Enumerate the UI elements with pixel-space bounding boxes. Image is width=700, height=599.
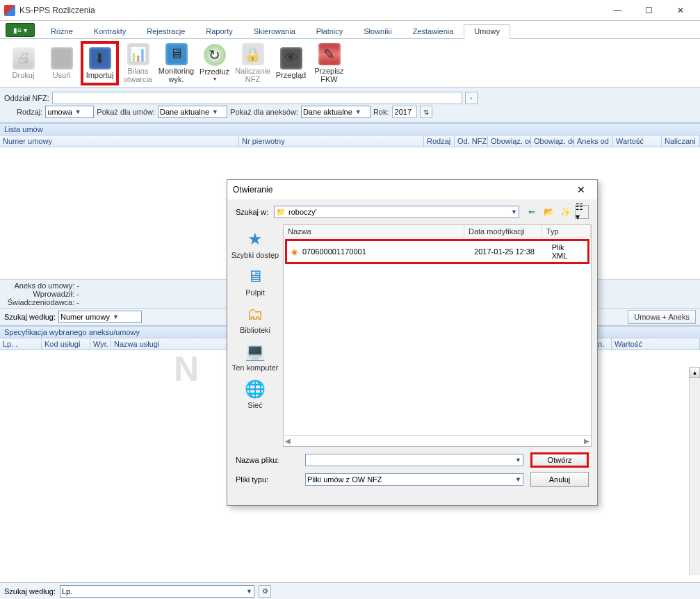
cancel-button[interactable]: Anuluj <box>530 472 589 487</box>
sidebar-network[interactable]: 🌐Sieć <box>230 377 280 409</box>
sidebar-label: Ten komputer <box>232 363 279 372</box>
dialog-bottom: Nazwa pliku: ▼ Otwórz Pliki typu: Pliki … <box>227 447 597 493</box>
open-button[interactable]: Otwórz <box>530 452 589 468</box>
tab-platnicy[interactable]: Płatnicy <box>306 24 354 38</box>
oddzial-input[interactable] <box>52 92 462 104</box>
col-aneks-od[interactable]: Aneks od <box>574 136 613 147</box>
tab-skierowania[interactable]: Skierowania <box>243 24 306 38</box>
file-name-combo[interactable]: ▼ <box>305 454 523 466</box>
bottom-szukaj-value: Lp. <box>62 587 72 596</box>
sidebar-label: Biblioteki <box>240 326 270 334</box>
tab-raporty[interactable]: Raporty <box>195 24 243 38</box>
col-typ[interactable]: Typ <box>542 225 591 238</box>
folder-combo[interactable]: 📁 roboczy' ▼ <box>274 206 519 218</box>
rok-input[interactable] <box>392 106 417 118</box>
sidebar-desktop[interactable]: 🖥Pulpit <box>230 265 280 297</box>
ribbon-toolbar: 🖨 Drukuj 🗑 Usuń ⬇ Importuj 📊 Bilans otwa… <box>0 39 700 88</box>
przepisz-button[interactable]: ✎ Przepisz FKW <box>310 41 348 85</box>
new-folder-icon[interactable]: ✨ <box>558 205 572 219</box>
rok-sort-button[interactable]: ⇅ <box>420 106 432 118</box>
bottom-bar: Szukaj według: Lp.▼ ⚙ <box>0 582 700 599</box>
chevron-down-icon: ▼ <box>511 208 517 215</box>
usun-label: Usuń <box>53 71 71 79</box>
naliczanie-button[interactable]: 🔒 Naliczanie NFZ <box>234 41 272 85</box>
dialog-top-row: Szukaj w: 📁 roboczy' ▼ ⇐ 📂 ✨ ☷ ▾ <box>227 199 597 224</box>
file-row[interactable]: ◉ 070600001170001 2017-01-25 12:38 Plik … <box>287 241 587 262</box>
file-icon: ◉ <box>291 247 298 256</box>
tab-umowy[interactable]: Umowy <box>464 24 510 39</box>
col-wartosc[interactable]: Wartość <box>613 136 662 147</box>
col-lp[interactable]: Lp. . <box>0 338 42 350</box>
close-button[interactable]: ✕ <box>665 1 696 20</box>
przepisz-label: Przepisz FKW <box>310 67 348 83</box>
szukaj-combo[interactable]: Numer umowy▼ <box>58 311 142 323</box>
monitoring-button[interactable]: 🖥 Monitoring wyk. <box>157 41 195 85</box>
sidebar-libraries[interactable]: 🗂Biblioteki <box>230 302 280 334</box>
sidebar-label: Szybki dostęp <box>231 251 279 259</box>
col-obowiaz-od[interactable]: Obowiąz. od <box>488 136 531 147</box>
importuj-button[interactable]: ⬇ Importuj <box>81 41 119 85</box>
back-icon[interactable]: ⇐ <box>525 205 539 219</box>
maximize-button[interactable]: ☐ <box>633 1 665 20</box>
col-obowiaz-do[interactable]: Obowiąz. do <box>531 136 574 147</box>
lista-columns: Numer umowy Nr pierwotny Rodzaj Od. NFZ … <box>0 136 700 147</box>
przedluz-label: Przedłuż <box>200 67 229 76</box>
up-icon[interactable]: 📂 <box>542 205 555 219</box>
file-type-combo[interactable]: Pliki umów z OW NFZ▼ <box>305 473 523 486</box>
file-button[interactable]: ▮≡ ▾ <box>6 23 35 37</box>
pokaz-umow-value: Dane aktualne <box>160 108 209 116</box>
vertical-scrollbar[interactable]: ▲ <box>689 367 700 575</box>
file-list: Nazwa Data modyfikacji Typ ◉ 07060000117… <box>283 224 592 447</box>
app-icon <box>4 5 15 16</box>
dialog-close-button[interactable]: ✕ <box>571 184 592 195</box>
tab-rejestracje[interactable]: Rejestracje <box>136 24 195 38</box>
oddzial-lookup-button[interactable]: ▫ <box>465 92 478 104</box>
tab-rozne[interactable]: Różne <box>40 24 83 38</box>
watermark: N <box>174 349 197 389</box>
tab-zestawienia[interactable]: Zestawienia <box>402 24 464 38</box>
col-data[interactable]: Data modyfikacji <box>464 225 542 238</box>
col-kod-uslugi[interactable]: Kod usługi <box>42 338 90 350</box>
bilans-button[interactable]: 📊 Bilans otwarcia <box>119 41 157 85</box>
scroll-up-button[interactable]: ▲ <box>690 367 700 378</box>
pokaz-umow-combo[interactable]: Dane aktualne▼ <box>158 106 227 118</box>
lock-icon: 🔒 <box>242 43 264 65</box>
przedluz-button[interactable]: ↻ Przedłuż ▾ <box>195 41 234 85</box>
usun-button[interactable]: 🗑 Usuń <box>42 41 81 85</box>
col-numer-umowy[interactable]: Numer umowy <box>0 136 239 147</box>
folder-value: roboczy' <box>288 208 317 216</box>
highlighted-file-row: ◉ 070600001170001 2017-01-25 12:38 Plik … <box>285 239 589 264</box>
col-od-nfz[interactable]: Od. NFZ <box>455 136 488 147</box>
col-nr-pierwotny[interactable]: Nr pierwotny <box>239 136 424 147</box>
pokaz-umow-label: Pokaż dla umów: <box>97 108 155 116</box>
settings-button[interactable]: ⚙ <box>259 585 271 598</box>
tab-kontrakty[interactable]: Kontrakty <box>83 24 136 38</box>
oddzial-label: Oddział NFZ: <box>4 94 49 102</box>
przeglad-button[interactable]: 👁 Przegląd <box>272 41 310 85</box>
view-icon[interactable]: ☷ ▾ <box>575 205 589 219</box>
rodzaj-combo[interactable]: umowa▼ <box>45 106 94 118</box>
tab-slowniki[interactable]: Słowniki <box>353 24 402 38</box>
sidebar-computer[interactable]: 💻Ten komputer <box>230 340 280 372</box>
umowa-aneks-button[interactable]: Umowa + Aneks <box>628 310 696 324</box>
drukuj-button[interactable]: 🖨 Drukuj <box>4 41 42 85</box>
dialog-toolbar: ⇐ 📂 ✨ ☷ ▾ <box>525 205 589 219</box>
chevron-down-icon: ▼ <box>113 313 119 320</box>
col-nazwa[interactable]: Nazwa <box>284 225 464 238</box>
bottom-szukaj-combo[interactable]: Lp.▼ <box>60 585 254 598</box>
swiadczeniodawca-info: Świadczeniodawca: - <box>6 298 82 306</box>
sidebar-quick-access[interactable]: ★Szybki dostęp <box>230 227 280 259</box>
file-type-value: Pliki umów z OW NFZ <box>307 475 382 484</box>
col-naliczanie[interactable]: Naliczani <box>662 136 700 147</box>
col-wyr[interactable]: Wyr. <box>90 338 111 350</box>
drukuj-label: Drukuj <box>13 71 35 79</box>
col-wartosc2[interactable]: Wartość <box>612 338 700 350</box>
network-icon: 🌐 <box>243 377 267 401</box>
col-rodzaj[interactable]: Rodzaj <box>424 136 455 147</box>
rodzaj-label: Rodzaj: <box>17 108 42 116</box>
minimize-button[interactable]: — <box>602 1 633 20</box>
horizontal-scrollbar[interactable]: ◀▶ <box>284 435 591 446</box>
pokaz-aneks-label: Pokaż dla aneksów: <box>230 108 298 116</box>
pokaz-aneks-combo[interactable]: Dane aktualne▼ <box>301 106 371 118</box>
chevron-down-icon: ▼ <box>75 108 81 115</box>
